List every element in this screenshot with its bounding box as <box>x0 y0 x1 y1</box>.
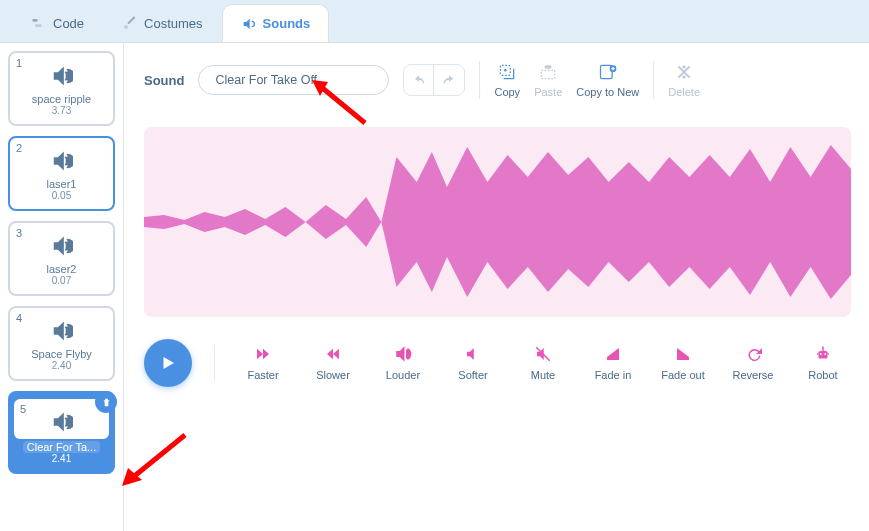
speaker-icon <box>51 407 73 437</box>
sound-item-name: laser2 <box>47 263 77 275</box>
tab-costumes-label: Costumes <box>144 16 203 31</box>
play-button[interactable] <box>144 339 192 387</box>
svg-rect-6 <box>545 65 552 68</box>
svg-rect-0 <box>32 19 37 22</box>
redo-button[interactable] <box>434 65 464 95</box>
sound-item-name: Clear For Ta... <box>23 441 101 453</box>
paste-button[interactable]: Paste <box>534 62 562 98</box>
sound-item-duration: 0.07 <box>52 275 71 286</box>
toolbar-divider <box>653 61 654 99</box>
effect-fadeout[interactable]: Fade out <box>655 345 711 381</box>
brush-icon <box>122 15 138 31</box>
sound-item-2[interactable]: 2 laser1 0.05 <box>8 136 115 211</box>
delete-label: Delete <box>668 86 700 98</box>
speaker-icon <box>51 146 73 176</box>
svg-point-9 <box>682 65 685 68</box>
effect-mute[interactable]: Mute <box>515 345 571 381</box>
paste-label: Paste <box>534 86 562 98</box>
sound-item-name: laser1 <box>47 178 77 190</box>
effect-fadeout-label: Fade out <box>661 369 704 381</box>
effect-fadein-label: Fade in <box>595 369 632 381</box>
playback-bar: Faster Slower Louder Softer Mute <box>144 339 851 387</box>
copy-button[interactable]: Copy <box>494 62 520 98</box>
editor-toolbar: Sound Copy Paste Copy to New D <box>144 61 851 99</box>
effects-bar: Faster Slower Louder Softer Mute <box>214 345 851 381</box>
sound-label: Sound <box>144 73 184 88</box>
sound-item-number: 1 <box>16 57 22 69</box>
sound-list: 1 space ripple 3.73 2 laser1 0.05 3 lase… <box>0 43 124 531</box>
sound-item-duration: 0.05 <box>52 190 71 201</box>
svg-point-2 <box>124 25 128 29</box>
tab-bar: Code Costumes Sounds <box>0 0 869 42</box>
speaker-icon <box>51 316 73 346</box>
sound-item-4[interactable]: 4 Space Flyby 2.40 <box>8 306 115 381</box>
tab-code-label: Code <box>53 16 84 31</box>
sound-item-number: 2 <box>16 142 22 154</box>
effect-slower[interactable]: Slower <box>305 345 361 381</box>
sound-item-duration: 2.41 <box>52 453 71 464</box>
svg-point-10 <box>682 75 685 78</box>
tab-sounds-label: Sounds <box>263 16 311 31</box>
svg-rect-5 <box>542 70 555 78</box>
undo-button[interactable] <box>404 65 434 95</box>
sound-item-number: 5 <box>20 403 26 415</box>
copy-to-new-button[interactable]: Copy to New <box>576 62 639 98</box>
speaker-icon <box>51 61 73 91</box>
undo-redo-group <box>403 64 465 96</box>
tab-sounds[interactable]: Sounds <box>222 4 330 42</box>
sound-item-number: 4 <box>16 312 22 324</box>
effect-reverse-label: Reverse <box>733 369 774 381</box>
effect-faster[interactable]: Faster <box>235 345 291 381</box>
sound-name-input[interactable] <box>198 65 389 95</box>
sound-icon <box>241 16 257 32</box>
sound-editor: Sound Copy Paste Copy to New D <box>124 43 869 531</box>
code-icon <box>31 15 47 31</box>
svg-rect-11 <box>819 351 828 359</box>
effect-reverse[interactable]: Reverse <box>725 345 781 381</box>
effect-robot[interactable]: Robot <box>795 345 851 381</box>
effect-louder-label: Louder <box>386 369 420 381</box>
sound-item-name: space ripple <box>32 93 91 105</box>
svg-point-4 <box>504 69 507 72</box>
speaker-icon <box>51 231 73 261</box>
sound-item-5[interactable]: 5 Clear For Ta... 2.41 <box>8 391 115 474</box>
effect-mute-label: Mute <box>531 369 555 381</box>
delete-button[interactable]: Delete <box>668 62 700 98</box>
effect-fadein[interactable]: Fade in <box>585 345 641 381</box>
sound-item-1[interactable]: 1 space ripple 3.73 <box>8 51 115 126</box>
sound-item-3[interactable]: 3 laser2 0.07 <box>8 221 115 296</box>
svg-point-12 <box>820 353 822 355</box>
tab-costumes[interactable]: Costumes <box>103 4 222 42</box>
waveform-display[interactable] <box>144 127 851 317</box>
effect-louder[interactable]: Louder <box>375 345 431 381</box>
toolbar-divider <box>479 61 480 99</box>
copy-to-new-label: Copy to New <box>576 86 639 98</box>
svg-rect-1 <box>35 24 42 27</box>
sound-item-duration: 3.73 <box>52 105 71 116</box>
effect-slower-label: Slower <box>316 369 350 381</box>
copy-label: Copy <box>494 86 520 98</box>
svg-point-13 <box>824 353 826 355</box>
delete-sound-icon[interactable] <box>95 391 117 413</box>
effect-faster-label: Faster <box>247 369 278 381</box>
sound-item-duration: 2.40 <box>52 360 71 371</box>
sound-item-name: Space Flyby <box>31 348 92 360</box>
effect-softer-label: Softer <box>458 369 487 381</box>
effect-robot-label: Robot <box>808 369 837 381</box>
effect-softer[interactable]: Softer <box>445 345 501 381</box>
main-area: 1 space ripple 3.73 2 laser1 0.05 3 lase… <box>0 42 869 531</box>
tab-code[interactable]: Code <box>12 4 103 42</box>
sound-item-number: 3 <box>16 227 22 239</box>
